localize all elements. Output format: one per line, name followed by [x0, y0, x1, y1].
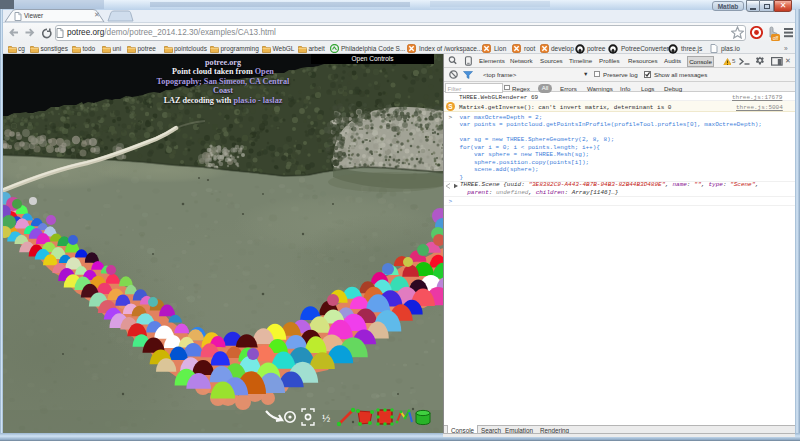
svg-text:off: off: [773, 35, 779, 41]
svg-text:S: S: [448, 103, 453, 110]
svg-text:½: ½: [322, 412, 330, 424]
